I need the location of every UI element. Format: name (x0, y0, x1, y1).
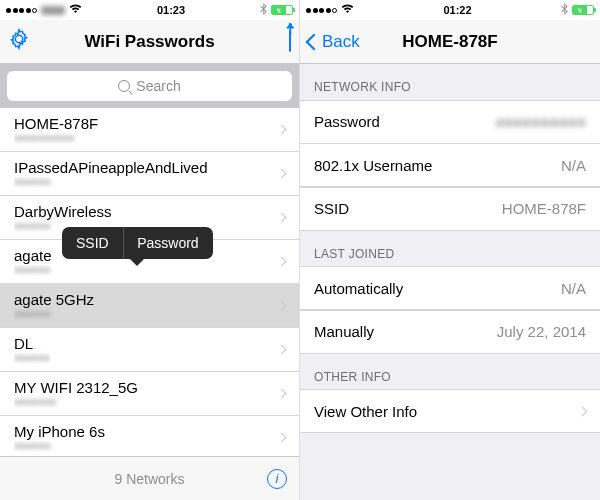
network-detail-screen: 01:22 ↯ Back HOME-878F NETWORK INFO Pass… (300, 0, 600, 500)
status-time: 01:22 (354, 4, 561, 16)
back-button[interactable]: Back (308, 32, 360, 52)
settings-button[interactable] (8, 28, 30, 55)
toolbar: 9 Networks i (0, 456, 299, 500)
info-icon: i (276, 471, 279, 486)
detail-groups[interactable]: NETWORK INFO Password ●●●●●●●●●● 802.1x … (300, 64, 600, 500)
search-input[interactable]: Search (7, 71, 292, 101)
network-list[interactable]: HOME-878F●●●●●●●●●● IPassedAPineappleAnd… (0, 108, 299, 456)
nav-bar: Back HOME-878F (300, 20, 600, 64)
network-count: 9 Networks (114, 471, 184, 487)
chevron-right-icon (277, 301, 287, 311)
bluetooth-icon (561, 3, 568, 17)
list-item[interactable]: My iPhone 6s●●●●●● (0, 416, 299, 456)
list-item[interactable]: HOME-878F●●●●●●●●●● (0, 108, 299, 152)
chevron-right-icon (277, 345, 287, 355)
chevron-right-icon (578, 406, 588, 416)
wifi-icon (69, 4, 82, 16)
password-cell[interactable]: Password ●●●●●●●●●● (300, 100, 600, 144)
list-item-selected[interactable]: agate 5GHz●●●●●● (0, 284, 299, 328)
carrier-label (41, 6, 65, 15)
chevron-right-icon (277, 389, 287, 399)
chevron-right-icon (277, 213, 287, 223)
gear-icon (8, 28, 30, 50)
signal-dots-icon (6, 8, 37, 13)
share-button[interactable] (289, 32, 291, 52)
search-icon (118, 80, 130, 92)
battery-icon: ↯ (572, 5, 594, 15)
copy-ssid-button[interactable]: SSID (62, 227, 123, 259)
password-value: ●●●●●●●●●● (495, 113, 586, 130)
list-item[interactable]: MY WIFI 2312_5G●●●●●●● (0, 372, 299, 416)
list-item[interactable]: IPassedAPineappleAndLived●●●●●● (0, 152, 299, 196)
section-header: OTHER INFO (300, 354, 600, 390)
ssid-cell[interactable]: SSID HOME-878F (300, 187, 600, 231)
copy-popover: SSID Password (62, 227, 213, 259)
auto-cell[interactable]: Automatically N/A (300, 266, 600, 310)
share-icon (289, 31, 291, 52)
chevron-left-icon (306, 33, 323, 50)
back-label: Back (322, 32, 360, 52)
search-container: Search (0, 64, 299, 108)
battery-icon: ↯ (271, 5, 293, 15)
chevron-right-icon (277, 433, 287, 443)
status-bar: 01:23 ↯ (0, 0, 299, 20)
search-placeholder: Search (136, 78, 180, 94)
chevron-right-icon (277, 125, 287, 135)
info-button[interactable]: i (267, 469, 287, 489)
bluetooth-icon (260, 3, 267, 17)
signal-dots-icon (306, 8, 337, 13)
section-header: LAST JOINED (300, 231, 600, 267)
status-bar: 01:22 ↯ (300, 0, 600, 20)
nav-bar: WiFi Passwords (0, 20, 299, 64)
status-time: 01:23 (82, 4, 260, 16)
view-other-cell[interactable]: View Other Info (300, 389, 600, 433)
manual-cell[interactable]: Manually July 22, 2014 (300, 310, 600, 354)
wifi-icon (341, 4, 354, 16)
copy-password-button[interactable]: Password (123, 227, 212, 259)
wifi-list-screen: 01:23 ↯ WiFi Passwords Search HOME-878F●… (0, 0, 300, 500)
chevron-right-icon (277, 257, 287, 267)
list-item[interactable]: DL●●●●●● (0, 328, 299, 372)
username-cell[interactable]: 802.1x Username N/A (300, 143, 600, 187)
section-header: NETWORK INFO (300, 64, 600, 100)
chevron-right-icon (277, 169, 287, 179)
